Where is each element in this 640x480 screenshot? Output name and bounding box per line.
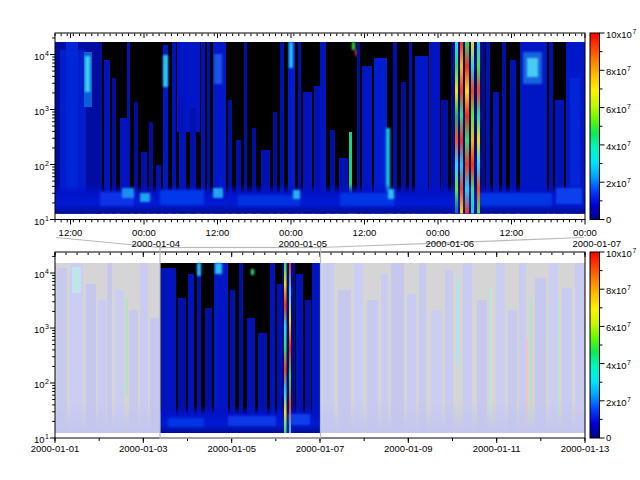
heatmap-feature — [556, 188, 582, 204]
zoom-connector-left-line — [56, 238, 160, 248]
burst-strip — [460, 42, 463, 214]
heatmap-feature — [163, 55, 168, 87]
heatmap-feature — [238, 195, 300, 206]
heatmap-feature — [457, 278, 460, 366]
heatmap-feature — [85, 56, 90, 92]
colorbar-bottom — [590, 252, 600, 438]
burst-strip — [471, 42, 474, 214]
heatmap-feature — [527, 58, 538, 77]
heatmap-feature — [228, 416, 276, 426]
heatmap-feature — [388, 189, 394, 199]
burst-strip — [477, 42, 480, 214]
heatmap-feature — [321, 402, 586, 433]
heatmap-feature — [251, 269, 254, 275]
heatmap-feature — [55, 402, 160, 433]
heatmap-feature — [340, 193, 394, 206]
colorbar-top — [590, 33, 600, 220]
burst-strip — [284, 263, 287, 433]
spectrogram-figure: 12:0000:0012:0000:0012:0000:0012:0000:00… — [0, 0, 640, 480]
heatmap-feature — [126, 298, 128, 396]
heatmap-feature — [293, 190, 300, 199]
heatmap-feature — [72, 267, 81, 293]
detail-spectrogram-heatmap — [55, 42, 585, 214]
heatmap-feature — [289, 42, 293, 68]
zoom-connector-right-line — [321, 238, 585, 248]
burst-strip — [289, 263, 291, 433]
heatmap-feature — [214, 54, 222, 84]
heatmap-feature — [197, 263, 201, 276]
burst-strip — [465, 42, 469, 214]
heatmap-feature — [160, 190, 204, 205]
heatmap-feature — [352, 42, 355, 50]
heatmap-feature — [213, 188, 223, 198]
burst-strip — [455, 42, 458, 214]
heatmap-feature — [140, 193, 150, 202]
heatmap-feature — [355, 49, 357, 56]
heatmap-feature — [168, 418, 204, 427]
heatmap-feature — [215, 263, 222, 274]
plot-canvas — [0, 0, 640, 480]
heatmap-feature — [478, 193, 552, 206]
heatmap-feature — [288, 414, 310, 425]
heatmap-feature — [122, 188, 134, 198]
